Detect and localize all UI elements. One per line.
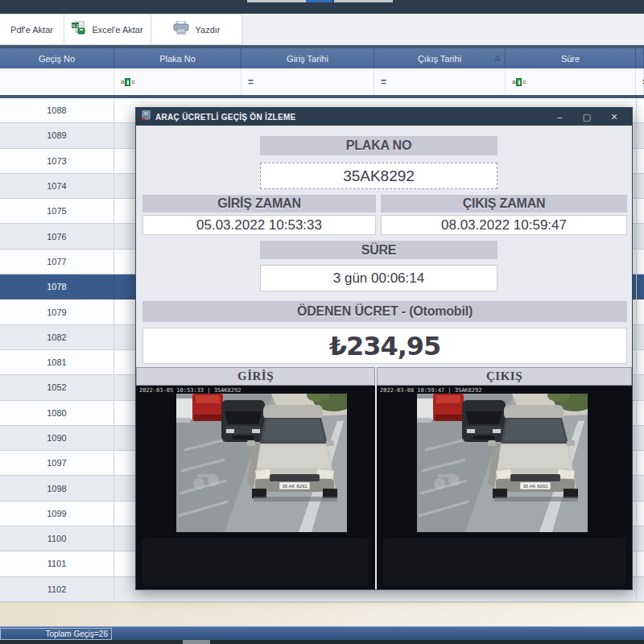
sort-ascending-icon: △ <box>495 55 500 61</box>
sure-value: 3 gün 00:06:14 <box>260 265 497 291</box>
excel-icon: XLS <box>72 21 85 38</box>
filter-cell-gecis-no[interactable] <box>0 68 114 95</box>
dialog-app-icon <box>142 109 151 124</box>
column-header-extra[interactable] <box>636 48 644 68</box>
column-label: Geçiş No <box>39 54 75 64</box>
column-label: Plaka No <box>159 54 196 64</box>
giris-zaman-value: 05.03.2022 10:53:33 <box>142 215 376 235</box>
gecis-no-cell: 1089 <box>0 123 114 147</box>
column-label: Giriş Tarihi <box>287 54 328 64</box>
column-label: Süre <box>561 54 580 64</box>
gecis-no-cell: 1098 <box>0 476 114 500</box>
column-header-sure[interactable]: Süre <box>506 48 636 68</box>
filter-cell-cikis-tarihi[interactable]: = <box>374 68 506 95</box>
odenen-ucret-header: ÖDENEN ÜCRET - (Otomobil) <box>142 301 627 322</box>
gecis-no-cell: 1090 <box>0 426 114 450</box>
gecis-no-cell: 1088 <box>0 98 114 122</box>
gecis-no-cell: 1077 <box>0 250 114 274</box>
gecis-no-cell: 1100 <box>0 526 114 551</box>
browser-top-bar <box>0 0 644 14</box>
column-divider <box>636 98 637 602</box>
giris-zaman-header: GİRİŞ ZAMAN <box>142 195 376 213</box>
cikis-image-header: ÇIKIŞ <box>377 367 632 386</box>
grid-header-row: Geçiş No Plaka No Giriş Tarihi Çıkış Tar… <box>0 48 644 68</box>
giris-camera-panel: 2022-03-05 10:53:33 | 35AK8292 <box>136 386 375 589</box>
gecis-no-cell: 1052 <box>0 375 114 399</box>
export-pdf-button[interactable]: Pdf'e Aktar <box>0 14 64 44</box>
column-header-gecis-no[interactable]: Geçiş No <box>0 48 114 68</box>
column-label: Çıkış Tarihi <box>418 54 461 64</box>
total-summary-cell: Toplam Geçiş=26 <box>0 628 112 640</box>
camera-panel-footer <box>383 538 625 586</box>
total-summary-label: Toplam Geçiş=26 <box>45 630 108 638</box>
filter-cell-giris-tarihi[interactable]: = <box>242 68 374 95</box>
gecis-no-cell: 1074 <box>0 174 114 198</box>
cikis-vehicle-photo <box>417 394 588 532</box>
app-window: Pdf'e Aktar XLS Excel'e Aktar <box>0 0 644 644</box>
tab-segment <box>247 0 306 2</box>
cikis-camera-timestamp: 2022-03-08 10:59:47 | 35AK8292 <box>380 387 481 394</box>
filter-cell-plaka-no[interactable]: ac <box>114 68 242 95</box>
taskbar-section <box>210 640 644 644</box>
equals-filter-icon[interactable]: = <box>381 76 386 88</box>
gecis-no-cell: 1102 <box>0 577 114 601</box>
export-pdf-label: Pdf'e Aktar <box>10 25 53 35</box>
column-header-giris-tarihi[interactable]: Giriş Tarihi <box>242 48 374 68</box>
summary-footer-bar: Toplam Geçiş=26 <box>0 626 644 640</box>
grid-footer-strip <box>0 602 644 626</box>
gecis-no-cell: 1075 <box>0 199 114 223</box>
gecis-no-cell: 1099 <box>0 502 114 526</box>
close-button[interactable]: ✕ <box>605 108 624 126</box>
print-label: Yazdır <box>196 25 221 35</box>
taskbar-item[interactable] <box>183 640 210 644</box>
sure-header: SÜRE <box>260 241 497 259</box>
giris-camera-timestamp: 2022-03-05 10:53:33 | 35AK8292 <box>139 387 241 394</box>
column-header-plaka-no[interactable]: Plaka No <box>114 48 242 68</box>
dialog-title-bar[interactable]: ARAÇ ÜCRETLİ GEÇİŞ ÖN İZLEME – ▢ ✕ <box>136 108 632 126</box>
gecis-no-cell: 1080 <box>0 401 114 425</box>
cikis-camera-panel: 2022-03-08 10:59:47 | 35AK8292 <box>377 386 632 589</box>
export-excel-button[interactable]: XLS Excel'e Aktar <box>64 14 151 44</box>
toolbar: Pdf'e Aktar XLS Excel'e Aktar <box>0 14 644 45</box>
giris-vehicle-photo <box>176 394 347 532</box>
filter-cell-sure[interactable]: ac <box>506 68 636 95</box>
active-tab-segment <box>306 0 332 2</box>
gecis-no-cell: 1097 <box>0 451 114 475</box>
dialog-body: PLAKA NO 35AK8292 GİRİŞ ZAMAN ÇIKIŞ ZAMA… <box>136 126 632 589</box>
camera-panel-footer <box>142 538 369 586</box>
cikis-zaman-value: 08.03.2022 10:59:47 <box>381 215 627 235</box>
svg-text:XLS: XLS <box>72 23 80 28</box>
gecis-no-cell: 1079 <box>0 299 114 324</box>
gecis-no-cell: 1081 <box>0 350 114 374</box>
taskbar <box>0 640 644 644</box>
column-header-cikis-tarihi[interactable]: Çıkış Tarihi △ <box>374 48 506 68</box>
gecis-no-cell: 1076 <box>0 224 114 248</box>
filter-row: ac = = ac = <box>0 68 644 95</box>
maximize-button[interactable]: ▢ <box>577 108 597 126</box>
gecis-no-cell: 1073 <box>0 149 114 173</box>
contains-filter-icon[interactable]: ac <box>121 78 134 86</box>
giris-image-header: GİRİŞ <box>136 367 375 386</box>
printer-icon <box>173 21 189 38</box>
gecis-no-cell: 1078 <box>0 275 114 299</box>
export-excel-label: Excel'e Aktar <box>92 25 142 35</box>
print-button[interactable]: Yazdır <box>151 14 242 44</box>
minimize-button[interactable]: – <box>550 108 569 126</box>
gecis-no-cell: 1101 <box>0 551 114 576</box>
plaka-no-input[interactable]: 35AK8292 <box>260 163 497 189</box>
dialog-title: ARAÇ ÜCRETLİ GEÇİŞ ÖN İZLEME <box>155 113 550 122</box>
gecis-no-cell: 1082 <box>0 325 114 349</box>
equals-filter-icon[interactable]: = <box>248 76 254 88</box>
export-button-group: Pdf'e Aktar XLS Excel'e Aktar <box>0 14 242 45</box>
odenen-ucret-value: ₺234,95 <box>142 328 627 364</box>
preview-dialog: ARAÇ ÜCRETLİ GEÇİŞ ÖN İZLEME – ▢ ✕ PLAKA… <box>135 107 633 590</box>
tab-segment <box>334 0 393 2</box>
plaka-no-header: PLAKA NO <box>260 136 497 155</box>
filter-cell-extra[interactable]: = <box>636 68 644 95</box>
cikis-zaman-header: ÇIKIŞ ZAMAN <box>381 195 627 213</box>
contains-filter-icon[interactable]: ac <box>512 78 526 86</box>
